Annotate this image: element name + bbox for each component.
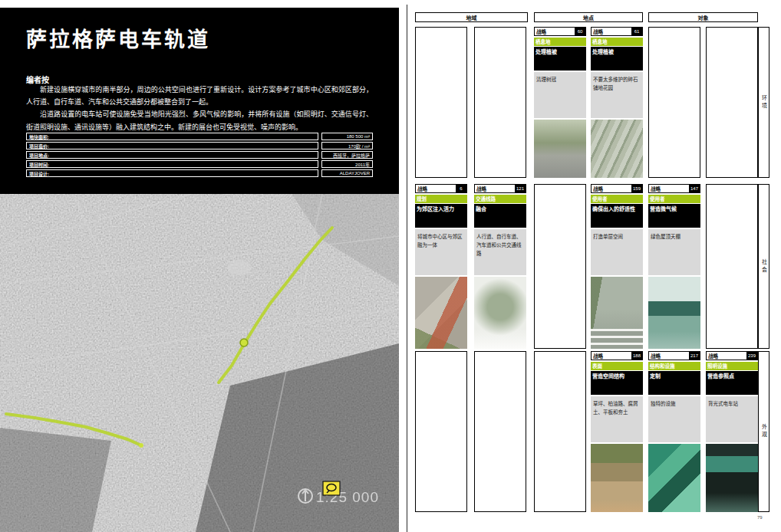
strategy-number-badge: 159 (631, 185, 642, 192)
strategy-card-header: 战略 61 (591, 27, 643, 36)
strategy-card: 战略 61 栖息地 处理植被 不要太多维护的碎石铺地花园 (591, 27, 643, 178)
route-node-dot (240, 339, 248, 346)
strategy-photo (534, 120, 586, 178)
route-end-dot (139, 443, 143, 448)
page-number: 79 (757, 515, 763, 520)
strategy-label: 战略 (649, 352, 661, 360)
intro-paragraphs: 新建设施横穿城市的南半部分，周边的公共空间也进行了重新设计。设计方案参考了城市中… (26, 84, 373, 133)
strategy-description: 将城市中心区与郊区融为一体 (415, 229, 467, 275)
info-label: 项目地点: (26, 151, 318, 159)
strategy-category: 结构和设施 (648, 362, 700, 370)
strategy-number-badge: 147 (689, 185, 700, 192)
strategy-title: 定制 (648, 371, 700, 395)
strategy-category: 规划 (415, 195, 467, 203)
project-info-table: 地块面积: 180 500 m² 项目造价: 170欧 / m² 项目地点: 西… (26, 133, 373, 179)
map-dark-patch (0, 428, 111, 532)
strategy-title: 处理植被 (591, 47, 643, 71)
satellite-map: 1:25 000 (0, 194, 399, 532)
strategy-category: 栖息地 (591, 38, 643, 46)
column-header-object: 对象 (648, 12, 758, 22)
strategy-photo (474, 277, 526, 349)
map-stadium (227, 260, 252, 275)
strategy-number-badge: 188 (631, 352, 642, 360)
strategy-description: 打造单层空间 (591, 229, 643, 275)
strategy-label: 战略 (592, 352, 603, 360)
strategy-card: 战略 60 栖息地 处理植被 清理树冠 (534, 27, 586, 178)
strategy-title: 处理植被 (534, 47, 586, 71)
strategy-description: 清理树冠 (534, 72, 586, 118)
strategy-number-badge: 121 (515, 185, 526, 192)
strategy-label: 战略 (535, 28, 546, 35)
strategy-card-header: 战略 147 (648, 184, 700, 193)
strategy-card-header: 战略 60 (534, 27, 586, 36)
empty-slot (474, 351, 526, 512)
strategy-card-header: 战略 188 (591, 351, 643, 360)
strategy-photo (415, 277, 467, 349)
strategy-card: 战略 188 表面 营造空间结构 草坪、柏油路、腐屑土、平板和夯土 (591, 351, 643, 512)
map-marker-badge (323, 481, 340, 495)
satellite-map-svg: 1:25 000 (0, 194, 399, 532)
strategy-number-badge: 239 (746, 352, 757, 360)
strategy-title: 营造参照点 (706, 371, 758, 395)
strategy-matrix-page: 地域 地点 对象 战略 60 栖息地 处理植被 清理树冠 战略 61 栖息地 处… (410, 0, 781, 532)
strategy-card-header: 战略 239 (706, 351, 758, 360)
empty-slot (706, 27, 758, 178)
strategy-label: 战略 (416, 185, 427, 192)
strategy-card-header: 战略 217 (648, 351, 700, 360)
info-value: ALDAYJOVER (321, 169, 373, 177)
strategy-card-header: 战略 121 (474, 184, 526, 193)
side-label-appearance: 外观 (758, 351, 769, 512)
strategy-category: 使用者 (591, 195, 643, 203)
strategy-card: 战略 217 结构和设施 定制 独特的设施 (648, 351, 700, 512)
strategy-card-header: 战略 159 (591, 184, 643, 193)
strategy-description: 不要太多维护的碎石铺地花园 (591, 72, 643, 118)
strategy-title: 营造空间结构 (591, 371, 643, 395)
strategy-category: 交通线路 (474, 195, 526, 203)
strategy-category: 栖息地 (534, 38, 586, 46)
info-table-row: 项目地点: 西班牙，萨拉格萨 (26, 151, 373, 159)
page-gutter-line (407, 5, 407, 532)
strategy-label: 战略 (475, 185, 486, 192)
book-spread: 萨拉格萨电车轨道 编者按 新建设施横穿城市的南半部分，周边的公共空间也进行了重新… (0, 0, 781, 532)
column-header-region: 地域 (415, 12, 528, 22)
info-value: 180 500 m² (321, 133, 373, 140)
info-value: 西班牙，萨拉格萨 (321, 151, 373, 159)
strategy-number-badge: 60 (575, 28, 585, 35)
strategy-row: 战略 188 表面 营造空间结构 草坪、柏油路、腐屑土、平板和夯土 战略 217… (410, 351, 758, 512)
empty-slot (415, 351, 467, 512)
empty-slot (534, 184, 586, 349)
strategy-card: 战略 239 照明设施 营造参照点 背光式电车站 (706, 351, 758, 512)
strategy-photo (591, 277, 643, 349)
strategy-number-badge: 6 (456, 185, 466, 192)
intro-paragraph: 沿道路设置的电车站可使设施免受当地阳光强烈、多风气候的影响，并将所有设施（如照明… (26, 108, 373, 133)
side-label-society: 社会 (758, 184, 769, 349)
strategy-label: 战略 (592, 28, 603, 35)
strategy-title: 为郊区注入活力 (415, 204, 467, 228)
strategy-category: 表面 (591, 362, 643, 370)
strategy-description: 人行道、自行车道、汽车道和公共交通线路 (474, 229, 526, 275)
strategy-card: 战略 121 交通线路 融合 人行道、自行车道、汽车道和公共交通线路 (474, 184, 526, 349)
info-table-row: 项目造价: 170欧 / m² (26, 142, 373, 149)
strategy-photo (591, 444, 643, 512)
info-value: 2011年 (321, 160, 373, 168)
strategy-photo (706, 444, 758, 512)
strategy-card: 战略 6 规划 为郊区注入活力 将城市中心区与郊区融为一体 (415, 184, 467, 349)
strategy-card: 战略 147 使用者 营造微气候 绿色屋顶天棚 (648, 184, 700, 349)
strategy-title: 营造微气候 (648, 204, 700, 228)
strategy-label: 战略 (592, 185, 603, 192)
strategy-photo (648, 277, 700, 349)
strategy-number-badge: 217 (689, 352, 700, 360)
strategy-photo (648, 444, 700, 512)
strategy-category: 使用者 (648, 195, 700, 203)
info-value: 170欧 / m² (321, 142, 373, 149)
empty-slot (706, 184, 758, 349)
side-label-environment: 环境 (758, 27, 769, 178)
strategy-card: 战略 159 使用者 确保出入的舒适性 打造单层空间 (591, 184, 643, 349)
info-label: 项目设计: (26, 169, 318, 177)
info-table-row: 项目时间: 2011年 (26, 160, 373, 168)
strategy-photo (591, 120, 643, 178)
strategy-label: 战略 (649, 185, 661, 192)
info-label: 项目造价: (26, 142, 318, 149)
strategy-description: 草坪、柏油路、腐屑土、平板和夯土 (591, 396, 643, 442)
strategy-title: 融合 (474, 204, 526, 228)
